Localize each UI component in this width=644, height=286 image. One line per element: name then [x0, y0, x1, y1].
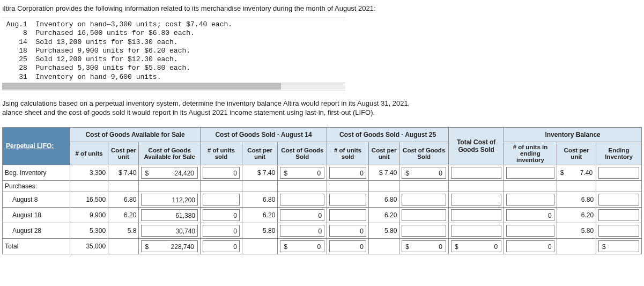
corner-header: Perpetual LIFO: — [3, 127, 70, 165]
group-available: Cost of Goods Available for Sale — [70, 127, 201, 142]
currency-symbol: $ — [144, 241, 152, 253]
group-total-cogs: Total Cost of Goods Sold — [449, 127, 504, 165]
currency-symbol: $ — [283, 241, 291, 253]
value: 0 — [414, 241, 443, 253]
cell-c14-total[interactable]: 0 — [278, 223, 327, 238]
row-beg-inventory: Beg. Inventory 3,300 $ 7.40 $24,420 0 $ … — [3, 165, 642, 180]
h-inv-total: Ending Inventory — [596, 142, 642, 165]
cell-cpu: 5.8 — [108, 223, 139, 238]
cell-inv-total[interactable]: $ — [596, 238, 642, 254]
cell-inv-cpu: 6.20 — [557, 207, 596, 223]
h-inv-cpu: Cost per unit — [557, 142, 596, 165]
cell-cpu: $ 7.40 — [108, 165, 139, 180]
cell-c25-total[interactable]: $0 — [399, 238, 449, 254]
row-label: Purchases: — [3, 180, 70, 192]
cell-c14-units[interactable]: 0 — [201, 223, 242, 238]
currency-symbol: $ — [559, 169, 568, 177]
cell-cpu: 6.20 — [108, 207, 139, 223]
cell-tcogs[interactable]: $0 — [449, 238, 504, 254]
row-aug-28: August 28 5,300 5.8 30,740 0 5.80 0 0 5.… — [3, 223, 642, 238]
row-aug-8: August 8 16,500 6.80 112,200 6.80 6.80 6… — [3, 192, 642, 207]
row-label: August 28 — [3, 223, 70, 238]
h-c25-units: # of units sold — [327, 142, 369, 165]
cell-c25-units[interactable]: 0 — [327, 165, 369, 180]
cell-c25-units[interactable]: 0 — [327, 223, 369, 238]
cell-inv-units[interactable] — [504, 192, 557, 207]
h-c14-units: # of units sold — [201, 142, 242, 165]
cell-c25-cpu: 6.80 — [369, 192, 399, 207]
cell-tcogs[interactable] — [449, 223, 504, 238]
transactions-text: Aug.1 Inventory on hand—3,300 units; cos… — [2, 20, 345, 82]
cell-c14-total[interactable]: $0 — [278, 165, 327, 180]
cell-units: 9,900 — [70, 207, 108, 223]
row-purchases-label: Purchases: — [3, 180, 642, 192]
cell-units: 16,500 — [70, 192, 108, 207]
value: 0 — [292, 167, 322, 179]
row-total: Total 35,000 $228,740 0 $0 0 $0 $0 0 $ — [3, 238, 642, 254]
currency-symbol: $ — [404, 167, 413, 179]
h-avail-units: # of units — [70, 142, 108, 165]
cell-c25-units[interactable] — [327, 207, 369, 223]
group-cogs-aug14: Cost of Goods Sold - August 14 — [201, 127, 327, 142]
cell-inv-cpu: $7.40 — [557, 165, 596, 180]
cell-c14-cpu: 6.20 — [242, 207, 277, 223]
row-label: Total — [3, 238, 70, 254]
h-c25-cpu: Cost per unit — [369, 142, 399, 165]
instructions-line1: Jsing calculations based on a perpetual … — [2, 99, 410, 107]
row-aug-18: August 18 9,900 6.20 61,380 0 6.20 0 6.2… — [3, 207, 642, 223]
cell-c14-total[interactable]: 0 — [278, 207, 327, 223]
cell-c14-units[interactable] — [201, 192, 242, 207]
cell-c14-units[interactable]: 0 — [201, 238, 242, 254]
cell-inv-cpu: 6.80 — [557, 192, 596, 207]
cell-avail-total[interactable]: 112,200 — [139, 192, 201, 207]
cell-inv-total[interactable] — [596, 223, 642, 238]
cell-inv-cpu: 5.80 — [557, 223, 596, 238]
h-avail-total: Cost of Goods Available for Sale — [139, 142, 201, 165]
h-avail-cpu: Cost per unit — [108, 142, 139, 165]
cell-c25-total[interactable] — [399, 223, 449, 238]
instructions: Jsing calculations based on a perpetual … — [2, 99, 642, 118]
cell-c14-cpu: 6.80 — [242, 192, 277, 207]
value: 228,740 — [153, 241, 195, 253]
scrollbar-thumb[interactable] — [2, 83, 281, 90]
cell-avail-total[interactable]: 30,740 — [139, 223, 201, 238]
cell-c25-units[interactable] — [327, 192, 369, 207]
cell-inv-units[interactable]: 0 — [504, 207, 557, 223]
cell-c14-total[interactable] — [278, 192, 327, 207]
cell-c25-cpu: 5.80 — [369, 223, 399, 238]
value: 0 — [414, 167, 443, 179]
h-c14-cpu: Cost per unit — [242, 142, 277, 165]
currency-symbol: $ — [601, 241, 610, 253]
cell-avail-total[interactable]: $228,740 — [139, 238, 201, 254]
cell-c25-total[interactable] — [399, 207, 449, 223]
cell-avail-total[interactable]: 61,380 — [139, 207, 201, 223]
cell-avail-total[interactable]: $24,420 — [139, 165, 201, 180]
cell-inv-units[interactable] — [504, 165, 557, 180]
cell-c25-units[interactable]: 0 — [327, 238, 369, 254]
instructions-line2: alance sheet and the cost of goods sold … — [2, 108, 375, 116]
currency-symbol: $ — [454, 241, 462, 253]
cell-units: 5,300 — [70, 223, 108, 238]
cell-c25-total[interactable]: $0 — [399, 165, 449, 180]
value: 7.40 — [569, 169, 594, 177]
group-inventory-balance: Inventory Balance — [504, 127, 642, 142]
cell-inv-total[interactable] — [596, 165, 642, 180]
cell-tcogs[interactable] — [449, 165, 504, 180]
cell-c14-total[interactable]: $0 — [278, 238, 327, 254]
currency-symbol: $ — [404, 241, 413, 253]
horizontal-scrollbar[interactable] — [2, 83, 345, 90]
cell-inv-total[interactable] — [596, 207, 642, 223]
cell-tcogs[interactable] — [449, 207, 504, 223]
cell-c25-cpu: $ 7.40 — [369, 165, 399, 180]
cell-inv-units[interactable] — [504, 223, 557, 238]
cell-c14-units[interactable]: 0 — [201, 207, 242, 223]
cell-units: 3,300 — [70, 165, 108, 180]
cell-c14-units[interactable]: 0 — [201, 165, 242, 180]
cell-inv-total[interactable] — [596, 192, 642, 207]
cell-inv-units[interactable]: 0 — [504, 238, 557, 254]
cell-c25-total[interactable] — [399, 192, 449, 207]
currency-symbol: $ — [144, 167, 152, 179]
cell-tcogs[interactable] — [449, 192, 504, 207]
cell-c14-cpu: 5.80 — [242, 223, 277, 238]
row-label: August 18 — [3, 207, 70, 223]
